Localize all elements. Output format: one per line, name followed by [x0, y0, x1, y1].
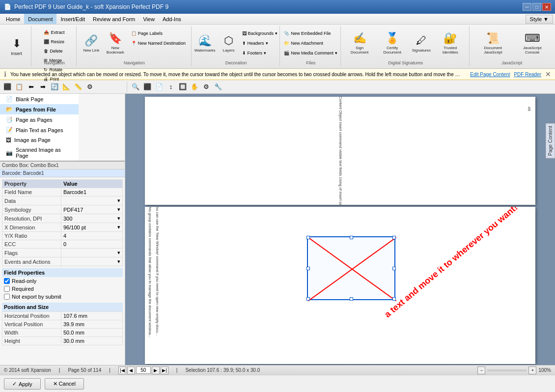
view-tool-8[interactable]: 🔧: [213, 82, 223, 92]
data-dropdown-arrow[interactable]: ▾: [117, 197, 120, 204]
watermarks-button[interactable]: 🌊 Watermarks: [192, 29, 218, 57]
handle-br[interactable]: [392, 297, 396, 301]
sign-doc-button[interactable]: ✍ Sign Document: [345, 29, 374, 57]
new-named-dest-button[interactable]: 📍 New Named Destination: [129, 39, 188, 48]
first-page-button[interactable]: |◀: [118, 366, 126, 374]
prop-header-property: Property: [2, 180, 61, 188]
rotate-button[interactable]: ↻ Rotate: [41, 65, 67, 74]
new-media-button[interactable]: 🎬 New Media Comment ▾: [281, 49, 340, 57]
menu-insert-edit[interactable]: Insert/Edit: [56, 14, 89, 24]
image-as-page-item[interactable]: 🖼 Image as Page: [0, 135, 79, 145]
new-named-dest-icon: 📍: [131, 41, 137, 46]
handle-tr[interactable]: [392, 236, 396, 239]
menu-home[interactable]: Home: [2, 14, 24, 24]
toolbar-btn-7[interactable]: 📏: [73, 82, 83, 92]
prop-row-flags: Flags ▾: [2, 249, 123, 257]
view-tool-3[interactable]: 📄: [154, 82, 165, 92]
required-checkbox[interactable]: [4, 286, 10, 292]
zoom-in-button[interactable]: +: [528, 366, 536, 374]
doc-js-button[interactable]: 📜 Document JavaScript: [473, 29, 512, 57]
new-embedded-button[interactable]: 📎 New Embedded File: [281, 29, 340, 38]
view-tool-4[interactable]: ↕: [166, 82, 176, 92]
menu-add-ins[interactable]: Add-Ins: [159, 14, 185, 24]
new-media-icon: 🎬: [284, 51, 289, 56]
window-controls[interactable]: ─ □ ✕: [523, 3, 551, 11]
zoom-out-button[interactable]: −: [477, 366, 485, 374]
view-tool-1[interactable]: 🔍: [130, 82, 141, 92]
maximize-button[interactable]: □: [532, 3, 541, 11]
scanned-image-item[interactable]: 📷 Scanned Image as Page: [0, 145, 79, 161]
readonly-row: Read-only: [2, 277, 123, 285]
certify-doc-button[interactable]: 🏅 Certify Document: [376, 29, 409, 57]
layers-button[interactable]: ⬡ Layers: [220, 29, 238, 57]
certify-doc-label: Certify Document: [379, 46, 406, 55]
minimize-button[interactable]: ─: [523, 3, 531, 11]
blank-page-item[interactable]: 📄 Blank Page: [0, 94, 79, 104]
page-content-tab[interactable]: Page Content: [546, 123, 555, 158]
handle-tl[interactable]: [306, 236, 310, 239]
menu-document[interactable]: Document: [24, 14, 56, 24]
handle-mr[interactable]: [392, 267, 396, 270]
no-export-checkbox[interactable]: [4, 294, 10, 300]
edit-page-content-link[interactable]: Edit Page Content: [470, 72, 510, 77]
handle-ml[interactable]: [306, 267, 310, 270]
events-dropdown-arrow[interactable]: ▾: [117, 258, 120, 265]
dpi-dropdown-arrow[interactable]: ▾: [117, 215, 120, 222]
pages-from-file-item[interactable]: 📂 Pages from File: [0, 104, 79, 114]
headers-button[interactable]: ⬆ Headers ▾: [240, 39, 280, 48]
plain-text-item[interactable]: 📝 Plain Text as Pages: [0, 125, 79, 135]
height-label: Height: [2, 337, 61, 345]
view-tool-2[interactable]: ⬛: [142, 82, 153, 92]
vert-label: Vertical Position: [2, 320, 61, 329]
close-button[interactable]: ✕: [542, 3, 551, 11]
insert-button[interactable]: ⬇ Insert: [5, 31, 28, 63]
apply-button[interactable]: ✓ Apply: [4, 378, 41, 390]
next-page-button[interactable]: ▶: [152, 366, 160, 374]
last-page-button[interactable]: ▶|: [161, 366, 168, 374]
delete-button[interactable]: 🗑 Delete: [41, 47, 67, 56]
resize-button[interactable]: ⬛ Resize: [41, 37, 67, 46]
page-labels-button[interactable]: 📋 Page Labels: [129, 29, 188, 38]
new-bookmark-button[interactable]: 🔖 New Bookmark: [104, 29, 127, 57]
js-console-button[interactable]: ⌨ JavaScript Console: [514, 29, 550, 57]
backgrounds-button[interactable]: 🖼 Backgrounds ▾: [240, 29, 280, 38]
toolbar-btn-8[interactable]: ⚙: [84, 82, 95, 92]
signatures-button[interactable]: 🖊 Signatures: [411, 29, 433, 57]
flags-dropdown-arrow[interactable]: ▾: [117, 250, 120, 256]
page-number-input[interactable]: 50: [136, 366, 151, 374]
status-separator-3: |: [176, 367, 178, 373]
trusted-ids-label: Trusted Identities: [437, 46, 464, 55]
menu-view[interactable]: View: [139, 14, 159, 24]
pdf-reader-link[interactable]: PDF Reader: [514, 72, 541, 77]
view-tool-6[interactable]: ✋: [189, 82, 200, 92]
style-dropdown[interactable]: Style ▼: [526, 15, 553, 24]
prop-xdim-label: X Dimension: [2, 223, 61, 232]
cancel-button[interactable]: ✕ Cancel: [45, 378, 84, 390]
extract-button[interactable]: 📤 Extract: [41, 28, 67, 37]
page-as-pages-item[interactable]: 📑 Page as Pages: [0, 114, 79, 125]
view-tool-7[interactable]: ⚙: [201, 82, 212, 92]
print-button[interactable]: 🖨 Print: [41, 75, 67, 84]
footers-button[interactable]: ⬇ Footers ▾: [240, 49, 280, 57]
symbology-dropdown-arrow[interactable]: ▾: [117, 206, 120, 213]
new-link-button[interactable]: 🔗 New Link: [81, 29, 102, 57]
info-icon: ℹ: [4, 70, 6, 78]
xdim-dropdown-arrow[interactable]: ▾: [117, 224, 120, 230]
selected-object[interactable]: [307, 236, 395, 300]
trusted-ids-button[interactable]: 🔐 Trusted Identities: [434, 29, 466, 57]
close-notification-button[interactable]: ✕: [545, 70, 551, 78]
toolbar-btn-3[interactable]: ⬅: [26, 82, 36, 92]
toolbar-btn-2[interactable]: 📋: [14, 82, 25, 92]
new-attachment-button[interactable]: 📁 New Attachment: [281, 39, 340, 48]
readonly-checkbox[interactable]: [4, 278, 10, 284]
handle-bl[interactable]: [306, 297, 310, 301]
view-tool-5[interactable]: 🔲: [177, 82, 188, 92]
toolbar-btn-1[interactable]: ⬛: [2, 82, 13, 92]
prop-row-width: Width 50.0 mm: [2, 329, 123, 337]
menu-review-form[interactable]: Review and Form: [89, 14, 139, 24]
prev-page-button[interactable]: ◀: [127, 366, 135, 374]
no-export-row: Not export by submit: [2, 293, 123, 301]
handle-tm[interactable]: [350, 236, 353, 239]
handle-bm[interactable]: [350, 297, 353, 301]
zoom-slider[interactable]: [487, 369, 527, 371]
